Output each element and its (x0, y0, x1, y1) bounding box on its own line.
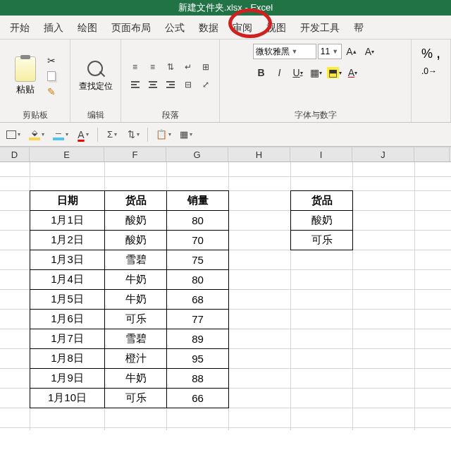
qat-paste-button[interactable]: 📋▾ (154, 126, 173, 143)
border-button[interactable]: ▦▾ (308, 65, 325, 80)
col-header-i[interactable]: I (290, 147, 352, 161)
qat-font-color-button[interactable]: A▾ (75, 126, 92, 143)
align-left-icon[interactable] (128, 77, 143, 92)
cell[interactable]: 1月2日 (30, 231, 105, 250)
cell[interactable]: 80 (167, 211, 229, 231)
qat-freeze-button[interactable]: ▦▾ (178, 126, 194, 143)
col-header-k[interactable] (414, 147, 450, 161)
qat-line-color-button[interactable]: ─▾ (51, 126, 70, 143)
col-header-e[interactable]: E (30, 147, 104, 161)
cell[interactable]: 可乐 (105, 310, 167, 329)
cut-icon[interactable]: ✂ (44, 54, 58, 67)
copy-icon[interactable] (44, 70, 58, 83)
cell[interactable]: 酸奶 (105, 211, 167, 231)
table1-header-date[interactable]: 日期 (30, 191, 105, 211)
group-clipboard-label: 剪贴板 (23, 109, 48, 121)
cell[interactable]: 1月5日 (30, 290, 105, 310)
font-name-combo[interactable]: 微软雅黑▼ (253, 44, 316, 59)
cell[interactable]: 75 (167, 250, 229, 270)
merge-icon[interactable]: ⊞ (198, 59, 214, 75)
cell[interactable]: 68 (167, 290, 229, 310)
font-color-button[interactable]: A▾ (345, 65, 362, 80)
font-size-combo[interactable]: 11▼ (318, 44, 342, 59)
qat-sort-button[interactable]: ⇅▾ (125, 126, 142, 143)
cell[interactable]: 可乐 (105, 389, 167, 408)
col-header-f[interactable]: F (104, 147, 166, 161)
col-header-h[interactable]: H (228, 147, 290, 161)
cell[interactable]: 1月9日 (30, 369, 105, 389)
col-header-d[interactable]: D (0, 147, 30, 161)
increase-decimal-icon[interactable]: .0→ (421, 66, 437, 76)
filter-table[interactable]: 货品 酸奶 可乐 (290, 190, 353, 250)
align-center-icon[interactable] (145, 77, 161, 92)
orientation-icon[interactable]: ⤢ (198, 77, 214, 92)
indent-increase-icon[interactable]: ≡ (145, 59, 161, 75)
cell[interactable]: 1月8日 (30, 349, 105, 369)
ribbon: 粘贴 ✂ ✎ 剪贴板 查找定位 编辑 ≡ ≡ ⇅ ↵ ⊞ (0, 39, 451, 123)
cell[interactable]: 89 (167, 329, 229, 349)
tab-home[interactable]: 开始 (3, 16, 37, 39)
indent-decrease-icon[interactable]: ≡ (128, 59, 143, 75)
qat-fill-button[interactable]: ⬙▾ (27, 126, 47, 143)
fill-color-button[interactable]: ⬒▾ (326, 65, 343, 80)
format-painter-icon[interactable]: ✎ (44, 85, 58, 98)
table2-header-product[interactable]: 货品 (291, 191, 353, 211)
cell[interactable]: 1月6日 (30, 310, 105, 329)
cell[interactable]: 可乐 (291, 231, 353, 250)
cell[interactable]: 牛奶 (105, 290, 167, 310)
align-right-icon[interactable] (163, 77, 178, 92)
cell[interactable]: 66 (167, 389, 229, 408)
percent-icon[interactable]: % , (421, 44, 440, 62)
tab-data[interactable]: 数据 (192, 16, 226, 39)
decrease-font-icon[interactable]: A▾ (362, 44, 378, 59)
tab-pagelayout[interactable]: 页面布局 (104, 16, 158, 39)
increase-font-icon[interactable]: A▴ (343, 44, 360, 59)
qat-border-button[interactable]: ▾ (4, 126, 23, 143)
underline-button[interactable]: U▾ (290, 65, 307, 80)
tab-view[interactable]: 视图 (259, 16, 293, 39)
col-header-g[interactable]: G (166, 147, 228, 161)
cell[interactable]: 80 (167, 270, 229, 290)
table1-header-sales[interactable]: 销量 (167, 191, 229, 211)
find-button[interactable]: 查找定位 (79, 59, 113, 92)
cell[interactable]: 酸奶 (291, 211, 353, 231)
cell[interactable]: 1月10日 (30, 389, 105, 408)
italic-button[interactable]: I (271, 65, 288, 80)
tab-help[interactable]: 帮 (347, 16, 371, 39)
valign-icon[interactable]: ⊟ (180, 77, 196, 92)
cell[interactable]: 88 (167, 369, 229, 389)
cell[interactable]: 1月7日 (30, 329, 105, 349)
col-header-j[interactable]: J (352, 147, 414, 161)
tab-draw[interactable]: 绘图 (70, 16, 104, 39)
spacing-icon[interactable]: ⇅ (163, 59, 178, 75)
tab-developer[interactable]: 开发工具 (293, 16, 347, 39)
tab-review[interactable]: 审阅 (226, 16, 259, 39)
bold-button[interactable]: B (253, 65, 270, 80)
cell[interactable]: 1月1日 (30, 211, 105, 231)
tab-formulas[interactable]: 公式 (158, 16, 192, 39)
wrap-text-icon[interactable]: ↵ (180, 59, 196, 75)
cell[interactable]: 1月3日 (30, 250, 105, 270)
cell[interactable]: 1月4日 (30, 270, 105, 290)
main-data-table[interactable]: 日期 货品 销量 1月1日酸奶80 1月2日酸奶70 1月3日雪碧75 1月4日… (30, 190, 229, 408)
cell[interactable]: 77 (167, 310, 229, 329)
cell[interactable]: 雪碧 (105, 329, 167, 349)
group-paragraph: ≡ ≡ ⇅ ↵ ⊞ ⊟ ⤢ 段落 (121, 39, 220, 122)
window-title: 新建文件夹.xlsx - Excel (178, 2, 273, 13)
cell[interactable]: 70 (167, 231, 229, 250)
separator (97, 128, 98, 142)
ribbon-tabs: 开始 插入 绘图 页面布局 公式 数据 审阅 视图 开发工具 帮 (0, 16, 451, 39)
tab-insert[interactable]: 插入 (37, 16, 70, 39)
cell[interactable]: 95 (167, 349, 229, 369)
column-headers: D E F G H I J (0, 147, 451, 162)
table1-header-product[interactable]: 货品 (105, 191, 167, 211)
grid-area[interactable]: 日期 货品 销量 1月1日酸奶80 1月2日酸奶70 1月3日雪碧75 1月4日… (0, 162, 451, 430)
cell[interactable]: 雪碧 (105, 250, 167, 270)
cell[interactable]: 酸奶 (105, 231, 167, 250)
paste-button[interactable]: 粘贴 (12, 55, 39, 97)
qat-sum-button[interactable]: Σ▾ (104, 126, 121, 143)
cell[interactable]: 牛奶 (105, 270, 167, 290)
group-paragraph-label: 段落 (162, 109, 179, 121)
cell[interactable]: 牛奶 (105, 369, 167, 389)
cell[interactable]: 橙汁 (105, 349, 167, 369)
